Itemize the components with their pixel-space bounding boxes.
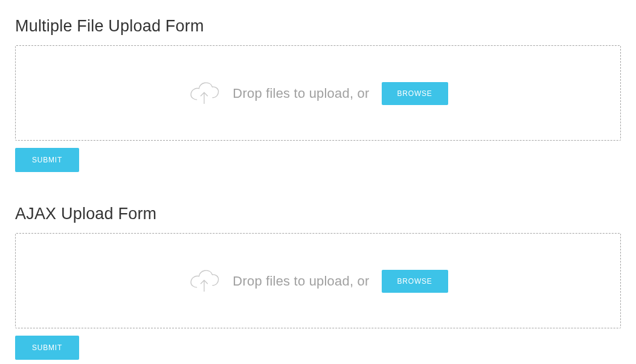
cloud-upload-icon — [188, 269, 220, 294]
submit-button-ajax[interactable]: SUBMIT — [15, 336, 79, 360]
form-title-multiple: Multiple File Upload Form — [15, 17, 621, 36]
browse-button[interactable]: BROWSE — [382, 270, 448, 293]
dropzone-ajax[interactable]: Drop files to upload, or BROWSE — [15, 233, 621, 328]
browse-button[interactable]: BROWSE — [382, 82, 448, 105]
submit-button-multiple[interactable]: SUBMIT — [15, 148, 79, 172]
dropzone-text: Drop files to upload, or — [233, 273, 369, 289]
cloud-upload-icon — [188, 81, 220, 106]
dropzone-text: Drop files to upload, or — [233, 86, 369, 101]
dropzone-multiple[interactable]: Drop files to upload, or BROWSE — [15, 45, 621, 141]
form-title-ajax: AJAX Upload Form — [15, 205, 621, 223]
